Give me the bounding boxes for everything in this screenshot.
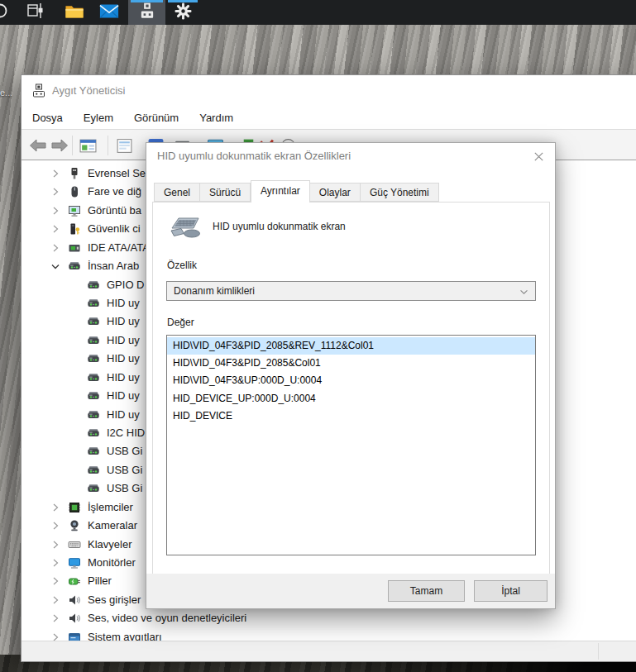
taskbar-item-mail[interactable] [94,0,124,25]
property-label: Özellik [167,260,197,271]
device-properties-dialog: HID uyumlu dokunmatik ekran Özellikleri … [146,142,556,609]
chevron-collapsed-icon[interactable] [49,204,62,217]
cancel-button[interactable]: İptal [474,580,548,602]
value-label: Değer [167,317,194,328]
tree-item-label: Görüntü ba [88,202,141,220]
cortana-circle-icon [0,2,8,22]
hid-device-icon [87,464,100,477]
tab-ayr-nt-lar[interactable]: Ayrıntılar [251,180,310,203]
monitor-device-icon [68,556,81,570]
tree-item-label: Fare ve diğ [88,183,141,201]
hardware-id-value[interactable]: HID\VID_04F3&UP:000D_U:0004 [167,372,535,389]
menu-item-yardım[interactable]: Yardım [198,109,235,126]
tree-item-label: Monitörler [88,554,136,572]
hardware-id-value[interactable]: HID\VID_04F3&PID_2085&REV_1112&Col01 [167,337,535,355]
back-icon[interactable] [28,136,48,155]
hid-device-icon [87,389,100,403]
tree-item-label: Evrensel Se [88,164,146,183]
system-device-icon [68,631,81,641]
dialog-title: HID uyumlu dokunmatik ekran Özellikleri [157,150,351,162]
chevron-collapsed-icon[interactable] [49,519,62,532]
chevron-collapsed-icon[interactable] [49,501,62,514]
chevron-collapsed-icon[interactable] [49,593,62,607]
hardware-id-value[interactable]: HID_DEVICE_UP:000D_U:0004 [167,390,535,407]
taskbar-item-task-view[interactable] [24,0,47,25]
show-console-tree-icon[interactable] [78,136,98,155]
chevron-collapsed-icon[interactable] [49,612,62,625]
property-dropdown[interactable]: Donanım kimlikleri [166,281,536,301]
tree-item-label: I2C HID [107,424,145,442]
tree-item-label: HID uy [107,312,140,331]
keyboard-device-icon [68,538,81,551]
tree-item[interactable]: Sistem aygıtları [22,628,634,641]
chevron-expanded-icon[interactable] [49,260,62,273]
taskbar [0,0,636,25]
taskbar-item-settings[interactable] [165,0,200,25]
task-view-icon [26,2,45,23]
screen: e... Aygıt Yöneticisi DosyaEylemGörünümY… [0,0,636,672]
chevron-down-icon [519,284,528,298]
chevron-collapsed-icon[interactable] [49,241,62,255]
tree-item-label: İnsan Arab [88,257,139,275]
menu-item-görünüm[interactable]: Görünüm [132,109,180,126]
tab-genel[interactable]: Genel [154,183,200,202]
security-device-icon [68,222,81,236]
chevron-collapsed-icon[interactable] [49,538,62,551]
status-bar-divider [598,643,599,660]
hid-device-icon [87,482,100,495]
details-tab-panel: HID uyumlu dokunmatik ekran Özellik Dona… [152,202,550,575]
tree-item-label: USB Gi [107,461,142,479]
camera-device-icon [68,519,81,532]
audio-device-icon [68,612,81,625]
hid-device-icon [68,260,81,273]
hardware-id-value[interactable]: HID_DEVICE [167,407,535,425]
dialog-tabs: GenelSürücüAyrıntılarOlaylarGüç Yönetimi [154,180,439,202]
forward-icon[interactable] [50,136,69,155]
taskbar-item-file-explorer[interactable] [60,0,89,25]
tab-s-r-c-[interactable]: Sürücü [200,183,251,202]
toolbar-separator [108,136,108,155]
hardware-id-value[interactable]: HID\VID_04F3&PID_2085&Col01 [167,355,535,372]
tree-item-label: HID uy [107,406,140,424]
tree-item-label: Ses girişler [88,591,141,609]
properties-icon[interactable] [114,136,134,155]
chevron-collapsed-icon[interactable] [49,167,62,180]
dialog-titlebar[interactable]: HID uyumlu dokunmatik ekran Özellikleri [146,143,555,168]
status-bar [22,641,636,661]
hid-device-icon [87,279,100,292]
tab-olaylar[interactable]: Olaylar [310,183,361,202]
desktop-icon-label: e... [0,88,12,98]
tree-item[interactable]: Ses, video ve oyun denetleyicileri [22,609,634,627]
hid-device-icon [87,297,100,310]
dialog-button-strip: Tamam İptal [146,574,555,608]
menu-item-eylem[interactable]: Eylem [82,109,115,126]
tree-item-label: İşlemciler [88,498,133,517]
ide-device-icon [68,241,81,255]
tree-item-label: Sistem aygıtları [88,628,162,641]
device-manager-icon [138,2,156,23]
tree-item-label: HID uy [107,369,140,387]
menu-item-dosya[interactable]: Dosya [31,109,65,126]
tree-item-label: USB Gi [107,442,142,460]
ok-button[interactable]: Tamam [388,580,465,602]
tab-g-y-netimi[interactable]: Güç Yönetimi [361,183,439,202]
menu-bar: DosyaEylemGörünümYardım [22,107,636,129]
tree-item-label: USB Gi [107,479,142,498]
hid-device-icon [87,352,100,365]
tree-item-label: HID uy [107,331,140,350]
chevron-collapsed-icon[interactable] [49,556,62,570]
chevron-collapsed-icon[interactable] [49,574,62,588]
close-icon[interactable] [532,150,545,163]
toolbar-separator [72,136,73,155]
window-titlebar[interactable]: Aygıt Yöneticisi [22,75,636,107]
taskbar-item-device-manager[interactable] [128,0,165,25]
hid-device-icon [87,445,100,458]
window-title: Aygıt Yöneticisi [52,84,125,97]
hardware-ids-listbox[interactable]: HID\VID_04F3&PID_2085&REV_1112&Col01HID\… [166,335,536,555]
chevron-collapsed-icon[interactable] [49,222,62,236]
chevron-collapsed-icon[interactable] [49,631,62,641]
chevron-collapsed-icon[interactable] [49,185,62,198]
taskbar-item-cortana-circle[interactable] [0,0,7,25]
hid-device-icon [87,408,100,422]
tree-item-label: Ses, video ve oyun denetleyicileri [88,609,246,627]
